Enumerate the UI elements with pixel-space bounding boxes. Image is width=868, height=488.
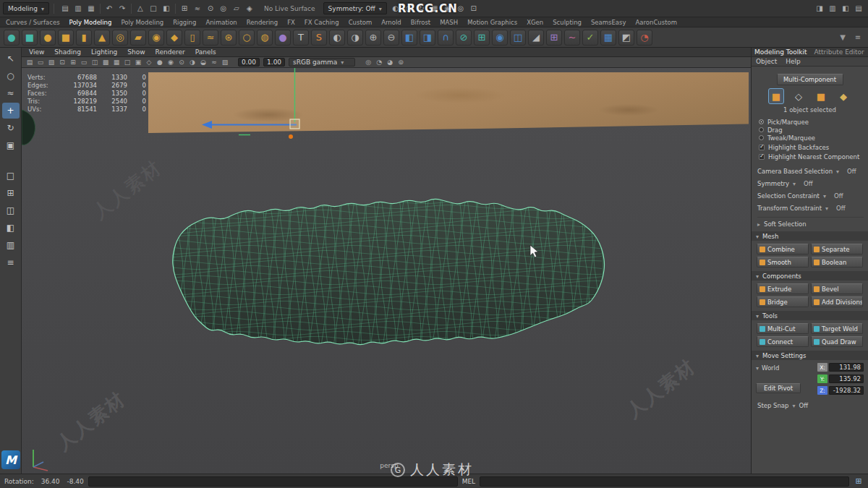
- section-header-mesh[interactable]: Mesh: [752, 231, 868, 241]
- undo-icon[interactable]: ↶: [103, 3, 115, 14]
- snap-to-curve-icon[interactable]: ≈: [192, 3, 203, 14]
- shelf-tab-animation[interactable]: Animation: [205, 19, 237, 26]
- dropdown-selection-constraint[interactable]: Selection ConstraintOff: [757, 189, 864, 202]
- shelf-nurbs-sphere-icon[interactable]: ●: [4, 30, 20, 46]
- shelf-bridge-icon[interactable]: ∩: [438, 30, 454, 46]
- panel-menu-renderer[interactable]: Renderer: [156, 48, 185, 56]
- anti-aliasing-icon[interactable]: ▨: [220, 58, 230, 67]
- menu-object[interactable]: Object: [756, 58, 777, 65]
- checkbox-highlight-nearest-component[interactable]: Highlight Nearest Component: [759, 153, 864, 160]
- shelf-poly-helix-icon[interactable]: ≈: [203, 30, 218, 46]
- smooth-button[interactable]: Smooth: [757, 257, 809, 267]
- shelf-curve-tool-icon[interactable]: ~: [564, 30, 580, 46]
- shelf-poly-pipe-icon[interactable]: ▯: [184, 30, 200, 46]
- panel-menu-panels[interactable]: Panels: [195, 48, 216, 56]
- field-chart-icon[interactable]: ▦: [111, 58, 122, 67]
- shelf-separate-icon[interactable]: ⊖: [383, 30, 399, 46]
- menu-set-dropdown[interactable]: Modeling: [3, 2, 49, 14]
- perspective-viewport[interactable]: Verts:6768813300Edges:13703426790Faces:6…: [22, 68, 751, 474]
- shelf-tab-bifrost[interactable]: Bifrost: [411, 19, 430, 26]
- radio-tweak-marquee[interactable]: Tweak/Marquee: [759, 134, 864, 142]
- add-divisions-button[interactable]: Add Divisions: [811, 296, 863, 307]
- layout-four-pane[interactable]: ⊞: [2, 185, 20, 201]
- shelf-poly-sphere-icon[interactable]: ●: [40, 30, 56, 46]
- screen-space-ao-icon[interactable]: ◒: [198, 58, 208, 67]
- extrude-button[interactable]: Extrude: [757, 283, 809, 294]
- tool-settings-toggle-icon[interactable]: ◧: [840, 3, 851, 14]
- command-input[interactable]: [88, 476, 458, 487]
- command-language-toggle[interactable]: MEL: [462, 478, 475, 485]
- snap-to-point-icon[interactable]: ⊙: [205, 3, 216, 14]
- shelf-poly-soccerball-icon[interactable]: ○: [239, 30, 255, 46]
- separate-button[interactable]: Separate: [811, 244, 863, 254]
- combine-button[interactable]: Combine: [757, 244, 809, 254]
- shelf-smooth-icon[interactable]: ◉: [492, 30, 508, 46]
- script-editor-icon[interactable]: ⊞: [854, 476, 864, 487]
- gate-mask-icon[interactable]: ▩: [101, 58, 111, 67]
- move-settings-header[interactable]: Move Settings: [752, 351, 868, 360]
- motion-blur-icon[interactable]: ≈: [209, 58, 219, 67]
- new-scene-icon[interactable]: ▤: [59, 3, 71, 14]
- dropdown-transform-constraint[interactable]: Transform ConstraintOff: [757, 202, 864, 214]
- make-live-icon[interactable]: ◈: [244, 3, 255, 14]
- wireframe-mode-icon[interactable]: ◇: [144, 58, 154, 67]
- shelf-tab-seamseasy[interactable]: SeamsEasy: [591, 19, 626, 26]
- shelf-hypershade-icon[interactable]: ◩: [618, 30, 634, 46]
- multi-cut-button[interactable]: Multi-Cut: [757, 323, 809, 334]
- shelf-wedge-icon[interactable]: ◢: [528, 30, 544, 46]
- select-by-component-icon[interactable]: ◧: [161, 3, 172, 14]
- snap-to-grid-icon[interactable]: ⊞: [179, 3, 190, 14]
- shelf-multicut-icon[interactable]: ⊘: [456, 30, 472, 46]
- shelf-editor-icon[interactable]: ▼: [837, 32, 848, 43]
- shelf-poly-torus-icon[interactable]: ◎: [112, 30, 128, 46]
- shelf-poly-disc-icon[interactable]: ◉: [148, 30, 164, 46]
- shelf-mirror-icon[interactable]: ◫: [510, 30, 526, 46]
- shelf-paint-effects-icon[interactable]: ✓: [582, 30, 598, 46]
- section-header-components[interactable]: Components: [752, 271, 868, 281]
- shelf-poly-cube-icon[interactable]: ■: [58, 30, 74, 46]
- lasso-tool[interactable]: ○: [2, 68, 20, 84]
- use-all-lights-icon[interactable]: ⊙: [176, 58, 187, 67]
- tab-attribute-editor[interactable]: Attribute Editor: [814, 48, 864, 56]
- menu-help[interactable]: Help: [786, 58, 801, 65]
- shelf-tab-poly-modeling[interactable]: Poly Modeling: [69, 19, 112, 26]
- gamma-field[interactable]: 1.00: [263, 58, 285, 67]
- shelf-tab-custom[interactable]: Custom: [349, 19, 373, 26]
- save-scene-icon[interactable]: ▦: [85, 3, 97, 14]
- panel-menu-show[interactable]: Show: [127, 48, 145, 56]
- shelf-tab-sculpting[interactable]: Sculpting: [553, 19, 582, 26]
- two-d-pan-zoom-icon[interactable]: ⊡: [57, 58, 67, 67]
- layout-two-pane[interactable]: ◫: [2, 202, 20, 218]
- bevel-button[interactable]: Bevel: [811, 283, 863, 294]
- camera-attributes-icon[interactable]: ▤: [25, 58, 35, 67]
- shelf-tab-fx-caching[interactable]: FX Caching: [305, 19, 339, 26]
- step-snap-dropdown[interactable]: Step Snap Off: [757, 402, 864, 409]
- translate-y-field[interactable]: 135.92: [829, 374, 864, 383]
- xray-joints-icon[interactable]: ◕: [385, 58, 395, 67]
- shelf-quad-draw-icon[interactable]: ⊞: [474, 30, 490, 46]
- uv-mode-icon[interactable]: ◆: [835, 88, 851, 104]
- shelf-poly-gear-icon[interactable]: ⊛: [221, 30, 237, 46]
- render-settings-icon[interactable]: ⊡: [468, 3, 480, 14]
- paint-selection-tool[interactable]: ≈: [2, 85, 20, 101]
- shaded-mode-icon[interactable]: ●: [155, 58, 165, 67]
- shelf-tab-mash[interactable]: MASH: [440, 19, 458, 26]
- redo-icon[interactable]: ↷: [116, 3, 128, 14]
- shelf-tab-rigging[interactable]: Rigging: [173, 19, 196, 26]
- isolate-select-icon[interactable]: ◎: [363, 58, 373, 67]
- exposure-field[interactable]: 0.00: [238, 58, 260, 67]
- attribute-editor-toggle-icon[interactable]: ▥: [827, 3, 838, 14]
- translate-x-field[interactable]: 131.98: [829, 363, 864, 372]
- vertex-mode-icon[interactable]: ■: [768, 88, 784, 104]
- shelf-platonic-solid-icon[interactable]: ◆: [166, 30, 182, 46]
- film-gate-icon[interactable]: ▭: [79, 58, 89, 67]
- snap-to-view-plane-icon[interactable]: ▱: [231, 3, 242, 14]
- shelf-tab-aaroncustom[interactable]: AaronCustom: [636, 19, 677, 26]
- shelf-uv-editor-icon[interactable]: ▦: [600, 30, 616, 46]
- shelf-poly-cylinder-icon[interactable]: ▮: [76, 30, 92, 46]
- shelf-tab-poly-modeling[interactable]: Poly Modeling: [121, 19, 163, 26]
- shelf-extrude-icon[interactable]: ◧: [401, 30, 417, 46]
- open-scene-icon[interactable]: ▥: [72, 3, 84, 14]
- shelf-boolean-difference-icon[interactable]: ◑: [347, 30, 363, 46]
- tab-modeling-toolkit[interactable]: Modeling Toolkit: [754, 48, 807, 56]
